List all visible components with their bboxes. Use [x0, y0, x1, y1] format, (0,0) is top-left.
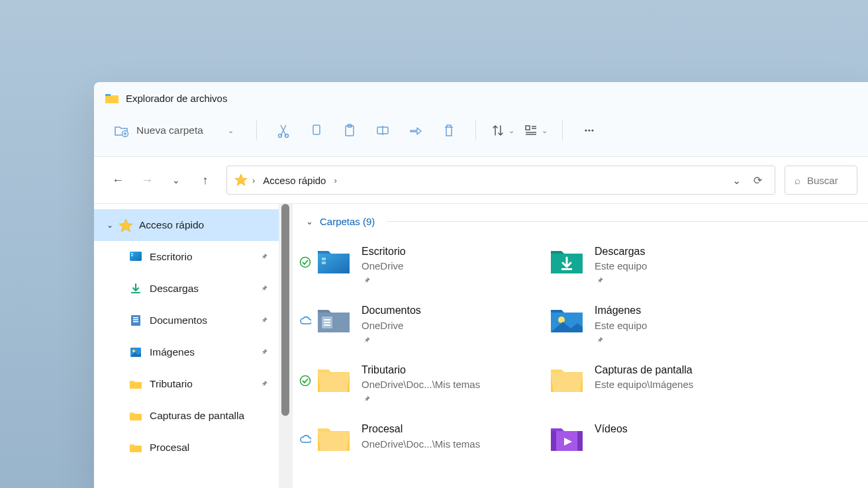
star-icon — [234, 173, 248, 187]
sidebar-item-label: Capturas de pantalla — [150, 410, 244, 422]
scrollbar-thumb[interactable] — [281, 204, 289, 416]
pin-icon — [259, 252, 269, 262]
sidebar-scrollbar[interactable] — [279, 204, 292, 488]
sidebar-item-label: Descargas — [150, 283, 199, 295]
copy-button[interactable] — [302, 117, 331, 144]
folder-name: Tributario — [362, 363, 480, 377]
arrow-up-icon: ↑ — [203, 173, 209, 187]
chevron-down-icon: ⌄ — [732, 174, 741, 187]
refresh-button[interactable]: ⟳ — [747, 174, 768, 187]
paste-button[interactable] — [335, 117, 364, 144]
folder-name: Capturas de pantalla — [595, 363, 693, 377]
back-button[interactable]: ← — [105, 167, 131, 193]
address-dropdown[interactable]: ⌄ — [726, 174, 747, 187]
sort-icon — [490, 122, 506, 138]
delete-icon — [441, 122, 457, 138]
folder-item[interactable]: DocumentosOneDrive — [315, 301, 540, 348]
new-folder-icon — [113, 122, 130, 138]
sidebar-item[interactable]: Tributario — [94, 368, 292, 400]
folder-yellow-icon — [548, 363, 585, 396]
address-bar[interactable]: › Acceso rápido › ⌄ ⟳ — [226, 166, 775, 195]
navbar: ← → ⌄ ↑ › Acceso rápido › ⌄ ⟳ ⌕ Buscar — [94, 156, 868, 204]
folder-location: Este equipo — [595, 259, 647, 273]
up-button[interactable]: ↑ — [192, 167, 218, 193]
section-label: Carpetas (9) — [320, 216, 375, 227]
sidebar-item[interactable]: Escritorio — [94, 241, 292, 273]
titlebar: Explorador de archivos — [94, 82, 868, 113]
folder-item[interactable]: ImágenesEste equipo — [548, 301, 773, 348]
view-button[interactable]: ⌄ — [521, 117, 550, 144]
folder-name: Documentos — [362, 303, 421, 318]
status-check-icon — [299, 256, 311, 268]
toolbar-divider — [562, 121, 563, 140]
toolbar: Nueva carpeta ⌄ ⌄ ⌄ — [94, 113, 868, 156]
refresh-icon: ⟳ — [753, 174, 762, 187]
pin-icon — [362, 394, 480, 405]
section-header[interactable]: ⌄ Carpetas (9) — [306, 216, 868, 232]
more-icon — [581, 122, 597, 138]
folder-location: OneDrive\Doc...\Mis temas — [362, 377, 480, 391]
delete-button[interactable] — [434, 117, 463, 144]
app-icon — [105, 91, 119, 105]
chevron-down-icon: ⌄ — [508, 126, 514, 135]
pin-icon — [362, 335, 421, 346]
folder-item[interactable]: Capturas de pantallaEste equipo\Imágenes — [548, 360, 773, 407]
file-explorer-window: Explorador de archivos Nueva carpeta ⌄ ⌄… — [94, 82, 868, 488]
desktop-icon — [127, 250, 144, 264]
arrow-left-icon: ← — [112, 173, 124, 187]
sidebar-item[interactable]: Procesal — [94, 432, 292, 464]
sidebar-item[interactable]: Capturas de pantalla — [94, 400, 292, 432]
status-cloud-icon — [299, 434, 311, 446]
new-folder-dropdown[interactable]: ⌄ — [215, 117, 244, 144]
cut-button[interactable] — [269, 117, 298, 144]
search-icon: ⌕ — [795, 175, 800, 186]
breadcrumb[interactable]: Acceso rápido — [259, 175, 330, 186]
folder-item[interactable]: TributarioOneDrive\Doc...\Mis temas — [315, 360, 540, 407]
new-folder-button[interactable]: Nueva carpeta — [107, 117, 211, 144]
pin-icon — [595, 275, 647, 286]
search-placeholder: Buscar — [807, 175, 838, 186]
rename-icon — [375, 122, 391, 138]
breadcrumb-separator: › — [248, 175, 259, 185]
sidebar-item-label: Imágenes — [150, 346, 195, 358]
search-box[interactable]: ⌕ Buscar — [785, 166, 857, 195]
share-icon — [408, 122, 424, 138]
recent-dropdown[interactable]: ⌄ — [163, 167, 189, 193]
chevron-down-icon: ⌄ — [172, 175, 180, 185]
rename-button[interactable] — [368, 117, 397, 144]
window-title: Explorador de archivos — [126, 93, 227, 104]
download-icon — [127, 281, 144, 296]
folder-item[interactable]: Vídeos — [548, 419, 773, 458]
document-icon — [127, 313, 144, 328]
image-blue-icon — [548, 303, 585, 336]
sort-button[interactable]: ⌄ — [488, 117, 517, 144]
folder-name: Vídeos — [595, 422, 628, 436]
folder-yellow-icon — [315, 363, 352, 396]
sidebar-item-label: Documentos — [150, 315, 207, 326]
folder-location: OneDrive\Doc...\Mis temas — [362, 437, 480, 451]
folder-location: Este equipo — [595, 318, 647, 332]
forward-button[interactable]: → — [134, 167, 160, 193]
sidebar-item[interactable]: ⌄Acceso rápido — [94, 209, 292, 241]
body: ⌄Acceso rápidoEscritorioDescargasDocumen… — [94, 204, 868, 488]
sidebar-item[interactable]: Descargas — [94, 273, 292, 305]
share-button[interactable] — [401, 117, 430, 144]
folder-location: Este equipo\Imágenes — [595, 377, 693, 391]
status-check-icon — [299, 375, 311, 387]
sidebar-item[interactable]: Imágenes — [94, 336, 292, 368]
sidebar-item[interactable]: Documentos — [94, 305, 292, 336]
folder-name: Procesal — [362, 422, 480, 436]
folder-item[interactable]: ProcesalOneDrive\Doc...\Mis temas — [315, 419, 540, 458]
paste-icon — [342, 122, 358, 138]
folder-item[interactable]: EscritorioOneDrive — [315, 242, 540, 289]
more-button[interactable] — [575, 117, 604, 144]
cut-icon — [275, 122, 291, 138]
video-purple-icon — [548, 422, 585, 455]
copy-icon — [309, 122, 324, 138]
pin-icon — [362, 275, 406, 286]
chevron-down-icon: ⌄ — [542, 126, 548, 135]
folder-item[interactable]: DescargasEste equipo — [548, 242, 773, 289]
pin-icon — [259, 283, 269, 294]
toolbar-divider — [475, 121, 476, 140]
new-folder-label: Nueva carpeta — [136, 124, 203, 136]
